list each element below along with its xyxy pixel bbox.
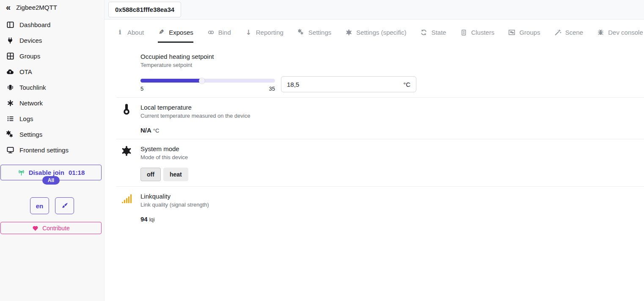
expose-value: 94lqi xyxy=(140,215,644,223)
expose-subtitle: Current temperature measured on the devi… xyxy=(140,113,644,119)
permit-join-target-badge[interactable]: All xyxy=(42,176,60,185)
expose-title: Local temperature xyxy=(140,103,644,111)
tab-scene[interactable]: Scene xyxy=(554,29,583,43)
tab-reporting[interactable]: ↓ Reporting xyxy=(245,29,283,43)
tab-label: Settings (specific) xyxy=(356,29,406,36)
sidebar-collapse-toggle[interactable]: « Zigbee2MQTT xyxy=(0,0,104,14)
expose-subtitle: Temperature setpoint xyxy=(140,62,644,69)
device-id-button[interactable]: 0x588c81fffe38ea34 xyxy=(108,2,181,17)
contribute-button[interactable]: Contribute xyxy=(0,222,102,234)
app-root: « Zigbee2MQTT Dashboard Devices Group xyxy=(0,0,644,301)
sidebar-item-label: Groups xyxy=(19,52,40,60)
setpoint-input[interactable] xyxy=(287,81,403,88)
contribute-label: Contribute xyxy=(42,225,70,232)
value-unit: lqi xyxy=(149,216,155,223)
monitor-icon xyxy=(6,146,14,155)
tab-groups[interactable]: Groups xyxy=(508,29,540,43)
sidebar-item-logs[interactable]: Logs xyxy=(0,111,104,127)
tab-label: Settings xyxy=(308,29,331,36)
tab-settings[interactable]: Settings xyxy=(297,29,331,43)
sidebar-nav: Dashboard Devices Groups OTA xyxy=(0,14,104,158)
main-area: 0x588c81fffe38ea34 i About ✎ Exposes Bin… xyxy=(105,0,644,301)
sidebar-item-label: Settings xyxy=(19,131,42,138)
device-tabs: i About ✎ Exposes Bind ↓ Reporting xyxy=(116,19,644,43)
tab-label: Groups xyxy=(519,29,540,36)
sidebar-item-touchlink[interactable]: Touchlink xyxy=(0,80,104,95)
row-icon-spacer xyxy=(121,52,132,65)
tab-exposes[interactable]: ✎ Exposes xyxy=(158,29,193,43)
magic-wand-icon xyxy=(554,29,561,36)
value-number: 94 xyxy=(140,215,148,223)
tab-bind[interactable]: Bind xyxy=(207,29,231,43)
value-unit: °C xyxy=(153,127,160,134)
theme-button[interactable] xyxy=(55,197,74,214)
sidebar-item-label: Touchlink xyxy=(19,84,46,91)
system-mode-option-heat[interactable]: heat xyxy=(163,168,188,181)
sidebar-item-label: Network xyxy=(19,99,43,107)
sidebar-item-devices[interactable]: Devices xyxy=(0,33,104,48)
antenna-icon xyxy=(17,169,25,176)
expose-title: Linkquality xyxy=(140,192,644,200)
expose-row-system-mode: System mode Mode of this device off heat xyxy=(116,139,644,187)
gear-icon xyxy=(345,29,352,36)
expose-value: N/A°C xyxy=(140,127,644,134)
sidebar-item-label: Dashboard xyxy=(19,21,50,28)
sidebar-item-ota[interactable]: OTA xyxy=(0,64,104,80)
tab-dev-console[interactable]: Dev console xyxy=(597,29,643,43)
brand-label: Zigbee2MQTT xyxy=(16,4,57,11)
document-lines-icon xyxy=(460,29,467,36)
device-page: i About ✎ Exposes Bind ↓ Reporting xyxy=(105,19,644,301)
tab-label: Exposes xyxy=(169,29,193,36)
system-mode-option-off[interactable]: off xyxy=(140,168,161,181)
bug-icon xyxy=(597,29,604,36)
sidebar-item-label: Logs xyxy=(19,115,33,122)
sidebar-item-label: OTA xyxy=(19,68,32,75)
tab-state[interactable]: State xyxy=(420,29,446,43)
setpoint-slider[interactable] xyxy=(140,79,275,83)
pencil-icon: ✎ xyxy=(158,29,165,36)
brush-icon xyxy=(61,202,69,210)
value-number: N/A xyxy=(140,127,151,134)
thermometer-icon xyxy=(121,103,132,116)
tab-label: Reporting xyxy=(256,29,283,36)
tab-clusters[interactable]: Clusters xyxy=(460,29,494,43)
tab-settings-specific[interactable]: Settings (specific) xyxy=(345,29,406,43)
plug-icon xyxy=(6,36,14,45)
gear-icon xyxy=(121,145,132,157)
touchlink-phone-icon xyxy=(6,83,14,92)
network-icon xyxy=(6,99,14,108)
slider-min-label: 5 xyxy=(140,86,143,92)
sidebar-item-label: Devices xyxy=(19,37,42,44)
tab-label: Dev console xyxy=(608,29,643,36)
sidebar-item-label: Frontend settings xyxy=(19,146,69,154)
slider-thumb[interactable] xyxy=(199,78,205,84)
device-header-bar: 0x588c81fffe38ea34 xyxy=(105,0,644,19)
sidebar-controls: en xyxy=(0,197,104,214)
dashboard-columns-icon xyxy=(6,21,14,29)
slider-max-label: 35 xyxy=(269,86,275,92)
grid-icon xyxy=(6,52,14,61)
sidebar: « Zigbee2MQTT Dashboard Devices Group xyxy=(0,0,105,301)
expose-row-linkquality: Linkquality Link quality (signal strengt… xyxy=(116,187,644,228)
gears-icon xyxy=(297,29,305,36)
expose-row-occupied-heating-setpoint: Occupied heating setpoint Temperature se… xyxy=(116,47,644,98)
permit-join-section: Disable join 01:18 All xyxy=(0,165,104,185)
sidebar-item-dashboard[interactable]: Dashboard xyxy=(0,17,104,33)
tab-about[interactable]: i About xyxy=(116,29,144,43)
disable-join-label: Disable join xyxy=(29,169,64,176)
expose-subtitle: Link quality (signal strength) xyxy=(140,202,644,208)
tab-label: About xyxy=(127,29,144,36)
sidebar-item-groups[interactable]: Groups xyxy=(0,48,104,64)
sidebar-item-network[interactable]: Network xyxy=(0,95,104,111)
exposes-list: Occupied heating setpoint Temperature se… xyxy=(116,43,644,228)
tab-label: State xyxy=(431,29,446,36)
collapse-sidebar-icon[interactable]: « xyxy=(6,3,11,11)
sidebar-item-frontend-settings[interactable]: Frontend settings xyxy=(0,142,104,158)
tab-label: Scene xyxy=(565,29,583,36)
slider-fill xyxy=(140,79,202,83)
sidebar-item-settings[interactable]: Settings xyxy=(0,127,104,142)
sync-icon xyxy=(420,29,427,36)
gears-icon xyxy=(6,130,14,139)
language-button[interactable]: en xyxy=(30,197,49,214)
tab-label: Clusters xyxy=(471,29,494,36)
